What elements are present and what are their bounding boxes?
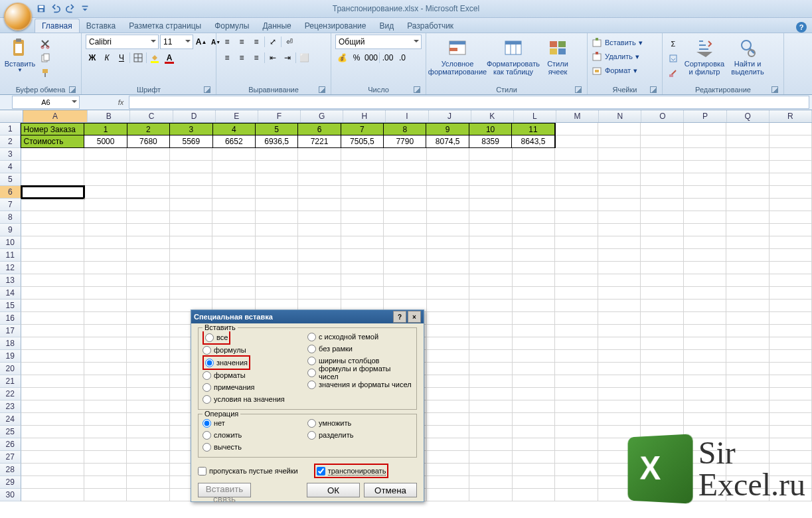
cell-K11[interactable] — [469, 249, 513, 262]
cell-O14[interactable] — [641, 287, 684, 300]
cell-Q8[interactable] — [726, 211, 770, 224]
cell-A23[interactable] — [21, 400, 84, 413]
cell-C17[interactable] — [127, 325, 170, 337]
cell-J27[interactable] — [427, 451, 470, 464]
cell-B23[interactable] — [84, 400, 127, 413]
cell-N19[interactable] — [598, 350, 641, 363]
cell-Q1[interactable] — [726, 123, 769, 135]
cell-A15[interactable] — [21, 300, 84, 312]
name-box[interactable]: A6 — [12, 96, 80, 109]
cell-E9[interactable] — [212, 224, 256, 236]
cell-M27[interactable] — [555, 451, 598, 464]
cell-R8[interactable] — [770, 211, 812, 224]
cell-N15[interactable] — [598, 300, 641, 312]
cell-Q24[interactable] — [726, 413, 770, 426]
cell-J3[interactable] — [427, 148, 470, 161]
ribbon-tab-6[interactable]: Вид — [372, 19, 400, 33]
cell-E5[interactable] — [212, 173, 256, 186]
cell-R22[interactable] — [770, 388, 812, 400]
cell-A25[interactable] — [21, 426, 84, 438]
cell-O12[interactable] — [641, 262, 684, 274]
cell-N16[interactable] — [598, 312, 641, 325]
cell-Q12[interactable] — [726, 262, 770, 274]
cell-E10[interactable] — [212, 236, 256, 249]
dialog-help-button[interactable]: ? — [393, 311, 406, 323]
copy-icon[interactable] — [39, 52, 52, 65]
row-header-20[interactable]: 20 — [0, 363, 21, 375]
cell-F3[interactable] — [256, 148, 299, 161]
cell-A29[interactable] — [21, 476, 84, 489]
cell-N13[interactable] — [598, 274, 641, 287]
cell-K13[interactable] — [469, 274, 513, 287]
cell-P4[interactable] — [684, 161, 727, 173]
cell-C2[interactable]: 7680 — [127, 135, 170, 148]
cell-J10[interactable] — [427, 236, 470, 249]
row-header-2[interactable]: 2 — [0, 135, 21, 148]
cell-H1[interactable]: 7 — [341, 123, 384, 135]
cell-Q7[interactable] — [726, 199, 770, 211]
cell-M18[interactable] — [555, 337, 598, 350]
cell-O24[interactable] — [641, 413, 684, 426]
cell-I12[interactable] — [384, 262, 427, 274]
cell-N17[interactable] — [598, 325, 641, 337]
cell-K18[interactable] — [469, 337, 513, 350]
row-header-17[interactable]: 17 — [0, 325, 21, 337]
col-header-P[interactable]: P — [684, 110, 726, 122]
cell-K2[interactable]: 8359 — [469, 135, 512, 148]
cell-P13[interactable] — [684, 274, 727, 287]
cell-D12[interactable] — [170, 262, 213, 274]
row-header-19[interactable]: 19 — [0, 350, 21, 363]
row-header-22[interactable]: 22 — [0, 388, 21, 400]
cell-M17[interactable] — [555, 325, 598, 337]
format-painter-icon[interactable] — [39, 66, 52, 80]
cell-A19[interactable] — [21, 350, 84, 363]
cell-C26[interactable] — [127, 438, 170, 451]
cell-K30[interactable] — [469, 489, 513, 501]
cell-B15[interactable] — [84, 300, 127, 312]
cell-B5[interactable] — [84, 173, 127, 186]
cell-K28[interactable] — [469, 464, 513, 476]
cell-J2[interactable]: 8074,5 — [426, 135, 469, 148]
cell-A30[interactable] — [21, 489, 84, 501]
cell-B21[interactable] — [84, 375, 127, 388]
row-header-25[interactable]: 25 — [0, 426, 21, 438]
cell-E8[interactable] — [212, 211, 256, 224]
cell-B2[interactable]: 5000 — [84, 135, 127, 148]
cell-D4[interactable] — [170, 161, 213, 173]
cell-K15[interactable] — [469, 300, 513, 312]
cell-L18[interactable] — [513, 337, 556, 350]
cell-O20[interactable] — [641, 363, 684, 375]
cell-Q4[interactable] — [726, 161, 770, 173]
col-header-F[interactable]: F — [258, 110, 301, 122]
cell-M22[interactable] — [555, 388, 598, 400]
cell-N18[interactable] — [598, 337, 641, 350]
cell-D9[interactable] — [170, 224, 213, 236]
cell-K1[interactable]: 10 — [469, 123, 512, 135]
cell-M25[interactable] — [555, 426, 598, 438]
fill-color-icon[interactable] — [148, 51, 161, 64]
format-cells-button[interactable]: Формат ▾ — [592, 64, 637, 77]
cell-H13[interactable] — [341, 274, 384, 287]
cell-M7[interactable] — [555, 199, 598, 211]
cell-R3[interactable] — [770, 148, 812, 161]
cell-A28[interactable] — [21, 464, 84, 476]
cell-J15[interactable] — [427, 300, 470, 312]
cell-D8[interactable] — [170, 211, 213, 224]
cell-K25[interactable] — [469, 426, 513, 438]
cell-O2[interactable] — [641, 135, 683, 148]
cell-M5[interactable] — [555, 173, 598, 186]
cell-M8[interactable] — [555, 211, 598, 224]
cell-O3[interactable] — [641, 148, 684, 161]
cell-K19[interactable] — [469, 350, 513, 363]
cell-O6[interactable] — [641, 186, 684, 199]
cell-C11[interactable] — [127, 249, 170, 262]
cell-K14[interactable] — [469, 287, 513, 300]
sort-filter-button[interactable]: Сортировка и фильтр — [684, 35, 725, 76]
cell-O22[interactable] — [641, 388, 684, 400]
qat-save-icon[interactable] — [35, 2, 48, 15]
row-header-4[interactable]: 4 — [0, 161, 21, 173]
cell-C18[interactable] — [127, 337, 170, 350]
cell-A6[interactable] — [21, 186, 84, 199]
cell-Q22[interactable] — [726, 388, 770, 400]
cell-F12[interactable] — [256, 262, 299, 274]
